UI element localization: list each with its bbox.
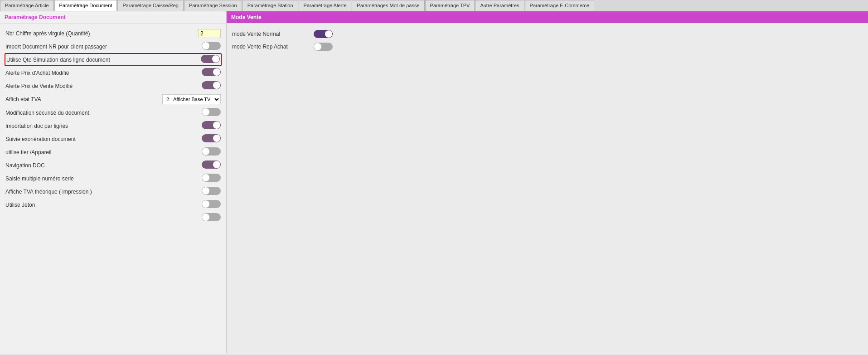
tab-8[interactable]: Autre Paramètres — [475, 0, 524, 11]
param-control-11[interactable] — [202, 174, 221, 183]
param-control-6[interactable] — [202, 108, 221, 117]
mode-toggle-0[interactable] — [314, 30, 333, 38]
param-row-8: Suivie exonération document — [5, 132, 222, 146]
param-label-11: Saisie multiple numéro serie — [5, 175, 202, 182]
main-content: Paramétrage Document Nbr Chiffre après v… — [0, 11, 868, 354]
param-row-12: Affiche TVA théorique ( impression ) — [5, 185, 222, 198]
param-control-8[interactable] — [202, 134, 221, 144]
tab-bar: Paramétrage ArticleParamétrage DocumentP… — [0, 0, 868, 11]
param-row-11: Saisie multiple numéro serie — [5, 172, 222, 185]
toggle-2[interactable] — [201, 55, 220, 63]
param-row-1: Import Document NR pour client passager — [5, 40, 222, 53]
param-label-5: Affich etat TVA — [5, 96, 162, 102]
param-label-9: utilise tier /Appareil — [5, 149, 202, 156]
toggle-4[interactable] — [202, 81, 221, 89]
param-label-10: Navigation DOC — [5, 162, 202, 169]
toggle-1[interactable] — [202, 42, 221, 50]
param-label-13: Utilise Jeton — [5, 202, 202, 208]
param-row-6: Modification sécurisé du document — [5, 106, 222, 119]
param-control-14[interactable] — [202, 213, 221, 223]
left-panel-title: Paramétrage Document — [0, 11, 226, 24]
right-panel-title: Mode Vente — [227, 11, 868, 23]
param-label-2: Utilise Qte Simulation dans ligne docume… — [6, 57, 201, 63]
param-control-4[interactable] — [202, 81, 221, 91]
param-label-12: Affiche TVA théorique ( impression ) — [5, 189, 202, 195]
select-5[interactable]: 2 - Afficher Base TV — [162, 94, 221, 104]
param-row-7: Importation doc par lignes — [5, 119, 222, 132]
tab-5[interactable]: Paramétrage Alerte — [299, 0, 352, 11]
param-row-0: Nbr Chiffre après virgule (Quantité) — [5, 27, 222, 40]
tab-0[interactable]: Paramétrage Article — [0, 0, 54, 11]
toggle-14[interactable] — [202, 213, 221, 221]
param-row-2: Utilise Qte Simulation dans ligne docume… — [5, 53, 222, 66]
toggle-7[interactable] — [202, 121, 221, 129]
param-label-8: Suivie exonération document — [5, 136, 202, 142]
toggle-13[interactable] — [202, 200, 221, 208]
param-control-3[interactable] — [202, 68, 221, 78]
mode-row-0: mode Vente Normal — [231, 28, 863, 40]
toggle-3[interactable] — [202, 68, 221, 76]
tab-1[interactable]: Paramétrage Document — [54, 0, 117, 11]
param-control-7[interactable] — [202, 121, 221, 131]
param-row-14 — [5, 211, 222, 224]
tab-2[interactable]: Paramétrage Caisse/Reg — [117, 0, 184, 11]
param-row-10: Navigation DOC — [5, 159, 222, 172]
left-panel: Paramétrage Document Nbr Chiffre après v… — [0, 11, 227, 354]
param-label-0: Nbr Chiffre après virgule (Quantité) — [5, 30, 198, 37]
param-control-9[interactable] — [202, 147, 221, 157]
tab-3[interactable]: Paramétrage Session — [184, 0, 242, 11]
mode-toggle-1[interactable] — [314, 43, 333, 51]
toggle-6[interactable] — [202, 108, 221, 116]
param-row-13: Utilise Jeton — [5, 198, 222, 211]
toggle-10[interactable] — [202, 160, 221, 169]
param-control-10[interactable] — [202, 160, 221, 170]
param-control-2[interactable] — [201, 55, 220, 64]
param-control-13[interactable] — [202, 200, 221, 209]
toggle-12[interactable] — [202, 187, 221, 195]
param-control-12[interactable] — [202, 187, 221, 196]
mode-label-1: mode Vente Rep Achat — [232, 44, 314, 50]
toggle-11[interactable] — [202, 174, 221, 182]
tab-9[interactable]: Paramétrage E-Commerce — [525, 0, 594, 11]
param-control-5[interactable]: 2 - Afficher Base TV — [162, 94, 221, 104]
tab-4[interactable]: Paramétrage Station — [242, 0, 298, 11]
param-row-9: utilise tier /Appareil — [5, 146, 222, 159]
param-label-4: Alerte Prix de Vente Modifié — [5, 83, 202, 89]
param-row-4: Alerte Prix de Vente Modifié — [5, 79, 222, 92]
mode-label-0: mode Vente Normal — [232, 31, 314, 37]
number-input-0[interactable] — [198, 29, 221, 38]
param-control-1[interactable] — [202, 42, 221, 51]
param-row-5: Affich etat TVA2 - Afficher Base TV — [5, 92, 222, 106]
tab-7[interactable]: Paramétrage TPV — [425, 0, 475, 11]
param-label-1: Import Document NR pour client passager — [5, 44, 202, 50]
param-label-3: Alerte Prix d'Achat Modifié — [5, 70, 202, 76]
param-control-0[interactable] — [198, 29, 221, 38]
right-panel-content: mode Vente Normalmode Vente Rep Achat — [227, 23, 868, 58]
toggle-9[interactable] — [202, 147, 221, 156]
param-label-7: Importation doc par lignes — [5, 123, 202, 129]
param-row-3: Alerte Prix d'Achat Modifié — [5, 66, 222, 79]
mode-row-1: mode Vente Rep Achat — [231, 40, 863, 53]
params-list: Nbr Chiffre après virgule (Quantité)Impo… — [0, 24, 226, 228]
right-panel: Mode Vente mode Vente Normalmode Vente R… — [227, 11, 868, 354]
param-label-6: Modification sécurisé du document — [5, 110, 202, 116]
tab-6[interactable]: Paramétrages Mot de passe — [352, 0, 424, 11]
toggle-8[interactable] — [202, 134, 221, 142]
